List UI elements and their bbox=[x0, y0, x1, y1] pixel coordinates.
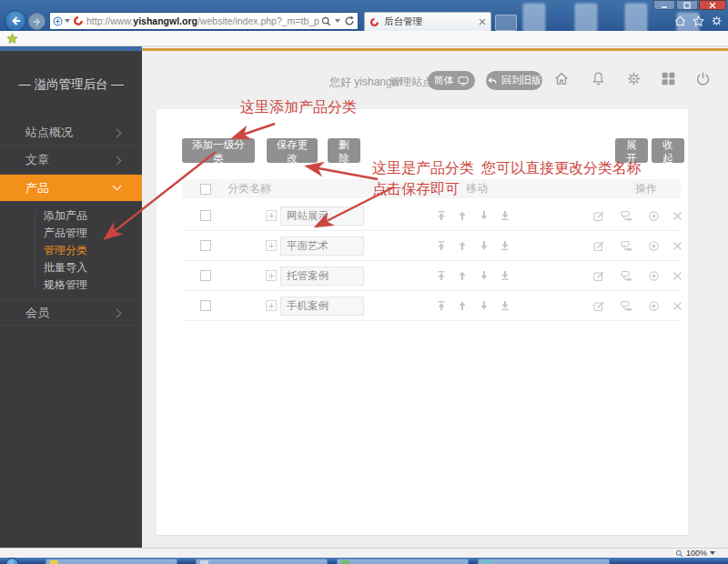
browser-forward-button[interactable] bbox=[28, 13, 46, 30]
add-level1-category-button[interactable]: 添加一级分类 bbox=[182, 138, 255, 163]
row-checkbox[interactable] bbox=[200, 210, 211, 221]
delete-x-icon[interactable] bbox=[672, 240, 683, 252]
row-checkbox[interactable] bbox=[200, 270, 211, 281]
table-row bbox=[182, 231, 681, 261]
chevron-down-icon[interactable] bbox=[335, 19, 340, 23]
submenu-item-add-product[interactable]: 添加产品 bbox=[44, 207, 87, 225]
zoom-control[interactable]: 100% bbox=[675, 549, 715, 558]
browser-status-bar bbox=[0, 548, 728, 558]
move-top-icon[interactable] bbox=[436, 270, 447, 281]
move-up-icon[interactable] bbox=[457, 240, 468, 251]
taskbar-button[interactable] bbox=[46, 559, 177, 564]
move-bottom-icon[interactable] bbox=[500, 270, 511, 281]
power-icon[interactable] bbox=[695, 71, 711, 86]
compatibility-icon[interactable] bbox=[53, 16, 63, 26]
submenu-item-manage-product[interactable]: 产品管理 bbox=[44, 225, 87, 242]
submenu-item-spec-manage[interactable]: 规格管理 bbox=[44, 277, 87, 294]
favorites-bar bbox=[0, 31, 728, 46]
submenu-item-manage-category[interactable]: 管理分类 bbox=[44, 242, 87, 259]
gear-icon[interactable] bbox=[626, 71, 642, 86]
row-checkbox[interactable] bbox=[200, 300, 211, 311]
add-subcategory-icon[interactable] bbox=[621, 210, 632, 222]
edit-icon[interactable] bbox=[593, 300, 605, 312]
move-bottom-icon[interactable] bbox=[500, 210, 511, 221]
move-bottom-icon[interactable] bbox=[500, 300, 511, 311]
add-favorite-star-icon[interactable] bbox=[6, 33, 18, 45]
add-subcategory-icon[interactable] bbox=[621, 270, 632, 282]
delete-x-icon[interactable] bbox=[672, 270, 683, 282]
browser-settings-gear-icon[interactable] bbox=[711, 15, 723, 26]
new-tab-button[interactable] bbox=[495, 15, 517, 31]
desktop-icon[interactable] bbox=[575, 4, 597, 33]
select-all-checkbox[interactable] bbox=[200, 184, 211, 195]
move-up-icon[interactable] bbox=[457, 300, 468, 311]
window-close-button[interactable] bbox=[699, 0, 726, 10]
category-name-input[interactable] bbox=[280, 237, 364, 256]
taskbar-button[interactable] bbox=[478, 559, 610, 564]
move-down-icon[interactable] bbox=[479, 240, 490, 251]
move-down-icon[interactable] bbox=[479, 210, 490, 221]
table-row bbox=[182, 291, 681, 321]
move-up-icon[interactable] bbox=[457, 270, 468, 281]
submenu-item-batch-import[interactable]: 批量导入 bbox=[44, 259, 87, 277]
category-name-input[interactable] bbox=[280, 267, 364, 286]
expand-plus-icon[interactable] bbox=[266, 300, 277, 311]
collapse-button[interactable]: 收起 bbox=[652, 138, 684, 163]
desktop-icon[interactable] bbox=[625, 4, 647, 33]
tab-close-icon[interactable] bbox=[479, 18, 486, 25]
back-to-old-version-button[interactable]: 回到旧版 bbox=[486, 71, 542, 90]
search-icon[interactable] bbox=[321, 16, 331, 26]
sidebar-item-articles[interactable]: 文章 bbox=[0, 147, 142, 174]
desktop-icon[interactable] bbox=[523, 4, 545, 33]
move-up-icon[interactable] bbox=[457, 210, 468, 221]
delete-button[interactable]: 删除 bbox=[328, 138, 360, 163]
add-subcategory-icon[interactable] bbox=[621, 240, 632, 252]
view-icon[interactable] bbox=[648, 300, 660, 312]
annotation-edit-line1: 这里是产品分类 您可以直接更改分类名称 bbox=[372, 159, 642, 178]
language-button[interactable]: 简体 bbox=[428, 71, 475, 90]
move-top-icon[interactable] bbox=[436, 240, 447, 251]
move-bottom-icon[interactable] bbox=[500, 240, 511, 251]
delete-x-icon[interactable] bbox=[672, 300, 683, 312]
chevron-down-icon[interactable] bbox=[65, 19, 70, 23]
window-minimize-button[interactable] bbox=[653, 0, 675, 10]
chevron-down-icon bbox=[113, 182, 122, 191]
move-top-icon[interactable] bbox=[436, 300, 447, 311]
bell-icon[interactable] bbox=[591, 71, 606, 86]
sidebar-item-site-overview[interactable]: 站点概况 bbox=[0, 120, 142, 146]
move-down-icon[interactable] bbox=[479, 300, 490, 311]
category-name-input[interactable] bbox=[280, 206, 364, 226]
move-top-icon[interactable] bbox=[436, 210, 447, 221]
window-maximize-button[interactable] bbox=[676, 0, 698, 10]
browser-favorites-star-icon[interactable] bbox=[693, 15, 704, 26]
view-icon[interactable] bbox=[648, 270, 660, 282]
sidebar-item-members[interactable]: 会员 bbox=[0, 299, 142, 326]
category-name-input[interactable] bbox=[280, 297, 364, 316]
view-icon[interactable] bbox=[648, 240, 660, 252]
taskbar-button[interactable] bbox=[337, 559, 469, 564]
delete-x-icon[interactable] bbox=[672, 210, 683, 222]
expand-plus-icon[interactable] bbox=[266, 270, 277, 281]
sidebar-item-products[interactable]: 产品 bbox=[0, 175, 142, 201]
view-icon[interactable] bbox=[648, 210, 660, 222]
edit-icon[interactable] bbox=[593, 240, 605, 252]
refresh-icon[interactable] bbox=[344, 15, 355, 26]
chevron-right-icon bbox=[113, 309, 122, 318]
save-changes-button[interactable]: 保存更改 bbox=[267, 138, 318, 163]
expand-plus-icon[interactable] bbox=[266, 240, 277, 251]
move-down-icon[interactable] bbox=[479, 270, 490, 281]
browser-back-button[interactable] bbox=[5, 10, 26, 32]
browser-tab[interactable]: 后台管理 bbox=[364, 12, 491, 31]
taskbar-button[interactable] bbox=[196, 559, 328, 564]
row-checkbox[interactable] bbox=[200, 240, 211, 251]
apps-grid-icon[interactable] bbox=[661, 71, 676, 86]
table-row bbox=[182, 201, 681, 231]
edit-icon[interactable] bbox=[593, 210, 605, 222]
add-subcategory-icon[interactable] bbox=[621, 300, 632, 312]
home-icon[interactable] bbox=[553, 71, 570, 86]
expand-plus-icon[interactable] bbox=[266, 210, 277, 221]
edit-icon[interactable] bbox=[593, 270, 605, 282]
annotation-edit-line2: 点击保存即可 bbox=[372, 180, 460, 199]
address-bar[interactable]: http://www.yishangwl.org/website/index.p… bbox=[49, 12, 359, 30]
browser-home-icon[interactable] bbox=[674, 15, 686, 26]
